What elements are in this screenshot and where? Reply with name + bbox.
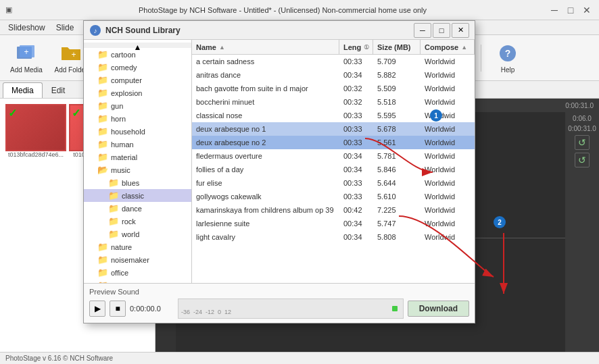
- col-compose-header[interactable]: Compose ▲: [421, 40, 475, 54]
- cell-name: light cavalry: [192, 233, 339, 241]
- tree-item-music[interactable]: 📂music: [84, 163, 191, 176]
- preview-time: 0:00:00.0: [130, 305, 174, 313]
- cell-name: follies of a day: [192, 165, 339, 174]
- table-row[interactable]: light cavalry00:345.808Worldwid: [192, 230, 475, 244]
- tree-item-world[interactable]: 📁world: [84, 228, 191, 240]
- folder-icon: 📁: [97, 62, 108, 72]
- cell-composer: Worldwid: [421, 57, 475, 66]
- tree-item-human[interactable]: 📁human: [84, 138, 191, 151]
- folder-icon: 📁: [108, 216, 119, 226]
- play-button[interactable]: ▶: [89, 301, 105, 317]
- sort-arrow: ▲: [219, 44, 225, 51]
- tree-item-classic[interactable]: 📁classic: [84, 189, 191, 202]
- col-size-header[interactable]: Size (MB): [373, 40, 421, 54]
- table-row[interactable]: a certain sadness00:335.709Worldwid: [192, 55, 475, 68]
- cell-name: bach gavotte from suite in d major: [192, 84, 339, 93]
- tree-item-nature[interactable]: 📁nature: [84, 240, 191, 253]
- cell-composer: Worldwid: [421, 192, 475, 201]
- cell-size: 7.225: [373, 206, 421, 214]
- table-row[interactable]: kamarinskaya from childrens album op 390…: [192, 203, 475, 217]
- tree-item-material[interactable]: 📁material: [84, 151, 191, 163]
- cell-composer: Worldwid: [421, 98, 475, 106]
- cell-composer: Worldwid: [421, 152, 475, 160]
- cell-size: 5.610: [373, 192, 421, 201]
- cell-size: 5.518: [373, 98, 421, 106]
- tree-item-comedy[interactable]: 📁comedy: [84, 61, 191, 74]
- cell-size: 5.781: [373, 152, 421, 160]
- folder-icon: 📁: [108, 203, 119, 213]
- cell-length: 00:34: [339, 165, 373, 174]
- cell-length: 00:34: [339, 152, 373, 160]
- tree-item-label: world: [122, 230, 139, 238]
- cell-name: fledermaus overture: [192, 152, 339, 160]
- dialog-window-controls: ─ □ ✕: [414, 23, 469, 38]
- cell-composer: Worldwid: [421, 71, 475, 79]
- list-panel: Name ▲ Leng ① Size (MB) Compose ▲: [192, 40, 475, 283]
- stop-button[interactable]: ■: [110, 301, 126, 317]
- list-body: a certain sadness00:335.709Worldwidanitr…: [192, 55, 475, 264]
- table-row[interactable]: follies of a day00:345.846Worldwid: [192, 163, 475, 176]
- dialog-title-text: NCH Sound Library: [105, 26, 414, 35]
- tree-item-household[interactable]: 📁household: [84, 125, 191, 138]
- table-row[interactable]: boccherini minuet00:325.518Worldwid: [192, 95, 475, 109]
- tree-item-computer[interactable]: 📁computer: [84, 74, 191, 86]
- tree-item-explosion[interactable]: 📁explosion: [84, 86, 191, 99]
- dialog-minimize[interactable]: ─: [414, 23, 431, 38]
- tree-item-blues[interactable]: 📁blues: [84, 176, 191, 189]
- tree-item-label: dance: [122, 205, 142, 213]
- folder-icon: 📁: [97, 49, 108, 59]
- cell-composer: Worldwid: [421, 111, 475, 120]
- table-row[interactable]: fledermaus overture00:345.781Worldwid: [192, 149, 475, 163]
- tree-item-label: blues: [122, 179, 139, 187]
- cell-size: 5.561: [373, 138, 421, 147]
- tree-item-noisemaker[interactable]: 📁noisemaker: [84, 253, 191, 266]
- tree-item-horn[interactable]: 📁horn: [84, 112, 191, 125]
- table-row[interactable]: deux arabesque no 100:335.678Worldwid: [192, 122, 475, 136]
- annotation-2: 2: [494, 216, 506, 228]
- folder-icon: 📁: [97, 255, 108, 265]
- cell-composer: Worldwid: [421, 165, 475, 174]
- dialog-title-bar: ♪ NCH Sound Library ─ □ ✕: [84, 21, 475, 40]
- tree-item-dance[interactable]: 📁dance: [84, 202, 191, 215]
- cell-name: fur elise: [192, 179, 339, 187]
- cell-name: classical nose: [192, 111, 339, 120]
- preview-area: Preview Sound ▶ ■ 0:00:00.0 -36 -24 -12 …: [84, 283, 475, 323]
- table-row[interactable]: gollywogs cakewalk00:335.610Worldwid: [192, 190, 475, 203]
- table-row[interactable]: deux arabesque no 200:335.561Worldwid: [192, 136, 475, 149]
- folder-icon: 📁: [97, 267, 108, 278]
- dialog-maximize[interactable]: □: [433, 23, 450, 38]
- folder-icon: 📁: [97, 113, 108, 124]
- cell-composer: Worldwid: [421, 206, 475, 214]
- table-row[interactable]: bach gavotte from suite in d major00:325…: [192, 82, 475, 95]
- tree-item-label: office: [111, 269, 128, 277]
- cell-size: 5.644: [373, 179, 421, 187]
- folder-icon: 📁: [108, 190, 119, 201]
- table-row[interactable]: anitras dance00:345.882Worldwid: [192, 68, 475, 82]
- tree-scroll-up[interactable]: ▲: [84, 43, 191, 48]
- cell-length: 00:33: [339, 57, 373, 66]
- folder-icon: 📁: [97, 126, 108, 136]
- cell-length: 00:32: [339, 84, 373, 93]
- cell-length: 00:33: [339, 138, 373, 147]
- dialog-close[interactable]: ✕: [452, 23, 469, 38]
- cell-size: 5.882: [373, 71, 421, 79]
- dialog-overlay: ♪ NCH Sound Library ─ □ ✕ ▲ 📁cartoon📁com…: [0, 0, 599, 364]
- tree-item-label: gun: [111, 102, 123, 110]
- col-len-header[interactable]: Leng ①: [339, 40, 373, 54]
- folder-icon: 📁: [97, 139, 108, 149]
- download-button[interactable]: Download: [408, 301, 469, 317]
- tree-item-gun[interactable]: 📁gun: [84, 99, 191, 112]
- tree-item-rock[interactable]: 📁rock: [84, 215, 191, 228]
- table-row[interactable]: fur elise00:335.644Worldwid: [192, 176, 475, 190]
- table-row[interactable]: larlesienne suite00:345.747Worldwid: [192, 217, 475, 230]
- folder-open-icon: 📂: [97, 165, 108, 175]
- cell-composer: Worldwid: [421, 179, 475, 187]
- tree-item-office[interactable]: 📁office: [84, 266, 191, 279]
- cell-name: larlesienne suite: [192, 219, 339, 228]
- col-name-header[interactable]: Name ▲: [192, 40, 339, 54]
- tree-item-label: noisemaker: [111, 256, 149, 264]
- tree-item-label: classic: [122, 192, 144, 200]
- cell-length: 00:34: [339, 71, 373, 79]
- tree-item-label: nature: [111, 243, 132, 251]
- tree-item-label: explosion: [111, 89, 142, 97]
